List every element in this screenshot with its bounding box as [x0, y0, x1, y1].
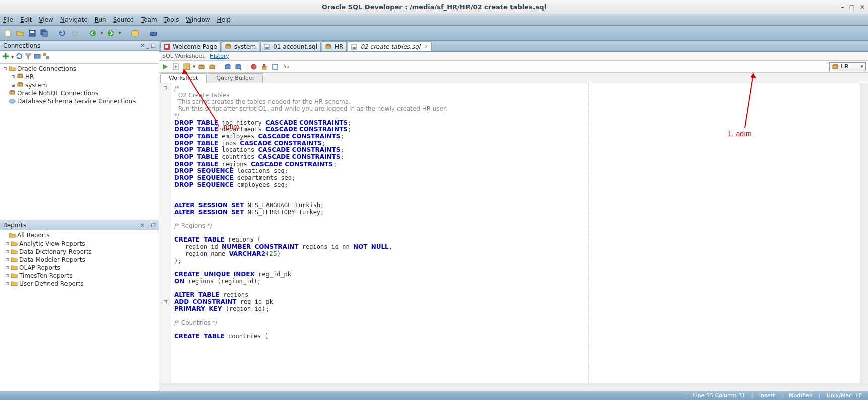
minimize-icon[interactable]: –	[841, 4, 844, 11]
tree-label: All Reports	[17, 232, 50, 239]
color-icon[interactable]	[43, 53, 50, 61]
connection-selector[interactable]: HR ▼	[829, 62, 866, 71]
redo-icon[interactable]	[70, 28, 80, 38]
titlebar: Oracle SQL Developer : /media/sf_HR/HR/0…	[0, 0, 868, 14]
svg-point-40	[251, 64, 256, 69]
expander-icon[interactable]: ⊞	[4, 273, 10, 278]
unshared-ws-icon[interactable]	[249, 62, 258, 71]
tab-query-builder[interactable]: Query Builder	[208, 73, 263, 83]
tree-conn-hr[interactable]: ⊞HR	[0, 73, 159, 81]
tns-icon[interactable]	[34, 53, 41, 61]
tab-01-account-sql[interactable]: 01 account.sql	[260, 41, 321, 51]
tree-report-data-dictionary-reports[interactable]: ⊞Data Dictionary Reports	[0, 248, 159, 256]
dropdown-icon[interactable]: ▼	[100, 28, 104, 38]
run-script-icon[interactable]	[172, 62, 181, 71]
svg-rect-10	[34, 54, 40, 58]
menu-view[interactable]: View	[39, 16, 53, 23]
sql-tuning-icon[interactable]	[208, 62, 217, 71]
rollback-icon[interactable]	[234, 62, 243, 71]
autotrace-icon[interactable]	[197, 62, 206, 71]
tab-worksheet[interactable]: Worksheet	[160, 73, 207, 83]
close-icon[interactable]: ✕	[860, 4, 865, 11]
expander-icon[interactable]: ⊞	[4, 241, 10, 246]
reports-tree[interactable]: All Reports⊞Analytic View Reports⊞Data D…	[0, 230, 159, 391]
menu-run[interactable]: Run	[95, 16, 106, 23]
tree-report-timesten-reports[interactable]: ⊞TimesTen Reports	[0, 272, 159, 280]
nav-back-icon[interactable]	[88, 28, 98, 38]
code-editor[interactable]: ⊟ ⊟ ⊟ /* O2 Create Tables This script cr…	[159, 83, 868, 383]
tree-schema-service[interactable]: Database Schema Service Connections	[0, 97, 159, 105]
panel-restore-icon[interactable]: □	[151, 222, 156, 228]
menu-tools[interactable]: Tools	[164, 16, 179, 23]
open-icon[interactable]	[15, 28, 25, 38]
expander-icon[interactable]: ⊞	[10, 83, 16, 88]
horizontal-scrollbar[interactable]	[159, 383, 868, 391]
expander-icon[interactable]: ⊞	[4, 249, 10, 254]
undo-icon[interactable]	[57, 28, 68, 38]
tab-system[interactable]: system	[222, 41, 259, 51]
svg-rect-39	[236, 65, 241, 69]
expander-icon[interactable]: ⊟	[2, 66, 8, 71]
menu-file[interactable]: File	[3, 16, 13, 23]
tree-report-analytic-view-reports[interactable]: ⊞Analytic View Reports	[0, 239, 159, 248]
dropdown-icon[interactable]: ▼	[118, 28, 122, 38]
svg-rect-11	[43, 53, 46, 56]
run-icon[interactable]	[161, 62, 170, 71]
menu-team[interactable]: Team	[141, 16, 157, 23]
sql-icon[interactable]	[130, 28, 140, 38]
panel-minimize-icon[interactable]: _	[147, 222, 149, 228]
sql-history-icon[interactable]	[271, 62, 280, 71]
explain-plan-icon[interactable]	[182, 62, 191, 71]
close-icon[interactable]: ×	[424, 44, 428, 49]
binoculars-icon[interactable]	[148, 28, 158, 38]
filter-icon[interactable]	[25, 53, 32, 61]
new-icon[interactable]	[3, 28, 13, 38]
svg-rect-31	[184, 64, 190, 70]
connections-tree[interactable]: ⊟Oracle Connections⊞HR⊞systemOracle NoSQ…	[0, 64, 159, 220]
expander-icon[interactable]: ⊞	[10, 74, 16, 79]
commit-icon[interactable]	[223, 62, 232, 71]
document-tabs: Welcome Pagesystem01 account.sqlHR02 cre…	[159, 41, 868, 52]
tree-conn-system[interactable]: ⊞system	[0, 81, 159, 89]
dropdown-icon[interactable]: ▼	[193, 65, 195, 69]
tab-hr[interactable]: HR	[322, 41, 347, 51]
menu-navigate[interactable]: Navigate	[60, 16, 88, 23]
menu-source[interactable]: Source	[113, 16, 134, 23]
clear-icon[interactable]	[260, 62, 269, 71]
refresh-icon[interactable]	[16, 53, 23, 61]
maximize-icon[interactable]: ▢	[849, 4, 855, 11]
fold-icon[interactable]: ⊟	[163, 85, 167, 90]
connection-name: HR	[841, 63, 849, 70]
save-icon[interactable]	[27, 28, 37, 38]
panel-close-icon[interactable]: ×	[140, 43, 144, 48]
menu-help[interactable]: Help	[217, 16, 231, 23]
panel-minimize-icon[interactable]: _	[147, 43, 149, 48]
new-connection-icon[interactable]	[2, 53, 9, 61]
expander-icon[interactable]: ⊞	[4, 257, 10, 262]
tree-report-olap-reports[interactable]: ⊞OLAP Reports	[0, 264, 159, 272]
tree-report-data-modeler-reports[interactable]: ⊞Data Modeler Reports	[0, 256, 159, 264]
expander-icon[interactable]: ⊞	[4, 265, 10, 270]
svg-point-9	[153, 32, 157, 36]
tree-label: Oracle NoSQL Connections	[17, 90, 98, 97]
fold-icon[interactable]: ⊟	[163, 299, 167, 304]
history-link[interactable]: History	[210, 53, 229, 59]
vertical-scrollbar[interactable]	[860, 83, 868, 383]
menu-edit[interactable]: Edit	[20, 16, 32, 23]
tree-oracle-connections[interactable]: ⊟Oracle Connections	[0, 65, 159, 73]
code-content[interactable]: /* O2 Create Tables This script creates …	[171, 83, 860, 383]
save-all-icon[interactable]	[39, 28, 49, 38]
tab-welcome-page[interactable]: Welcome Page	[160, 41, 221, 51]
tree-nosql[interactable]: Oracle NoSQL Connections	[0, 89, 159, 97]
nav-forward-icon[interactable]	[106, 28, 116, 38]
tree-all-reports[interactable]: All Reports	[0, 231, 159, 239]
format-icon[interactable]: Aa	[281, 62, 290, 71]
tree-report-user-defined-reports[interactable]: ⊞User Defined Reports	[0, 280, 159, 288]
expander-icon[interactable]: ⊞	[4, 281, 10, 286]
tab-02-create-tables-sql[interactable]: 02 create tables.sql×	[348, 41, 431, 51]
panel-close-icon[interactable]: ×	[140, 222, 144, 228]
panel-restore-icon[interactable]: □	[151, 43, 156, 48]
tree-icon	[8, 65, 16, 73]
menu-window[interactable]: Window	[186, 16, 210, 23]
dropdown-icon[interactable]: ▼	[11, 55, 14, 59]
